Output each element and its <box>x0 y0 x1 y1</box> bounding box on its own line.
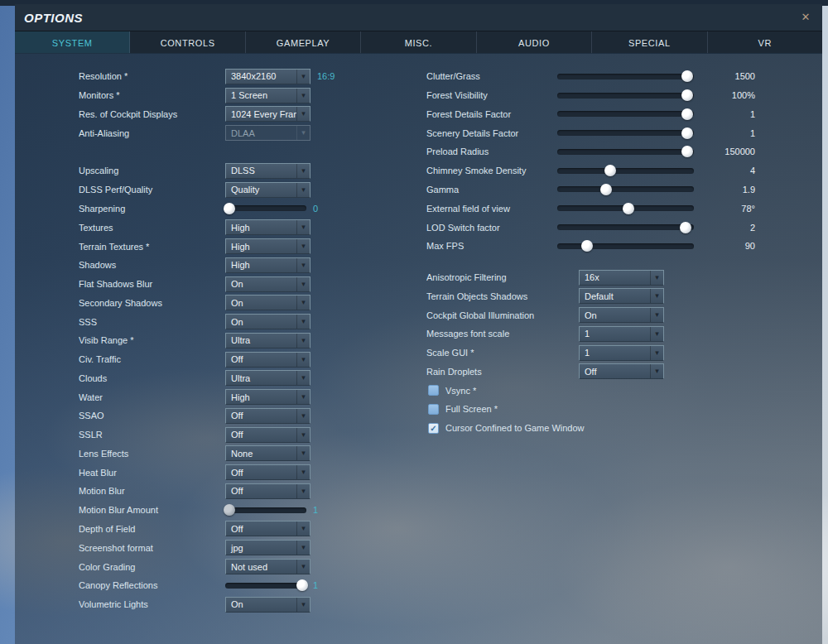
dropdown-value: High <box>226 223 296 233</box>
dropdown-value: Off <box>226 486 296 496</box>
tab-audio[interactable]: AUDIO <box>477 31 592 54</box>
dropdown-value: On <box>226 317 296 327</box>
row-res-of-cockpit-displays: Res. of Cockpit Displays1024 Every Frame… <box>15 105 426 124</box>
monitors-dropdown[interactable]: 1 Screen▾ <box>225 88 310 103</box>
slider-thumb[interactable] <box>681 70 693 82</box>
dropdown-value: Off <box>226 468 296 478</box>
slider-thumb[interactable] <box>680 222 691 233</box>
setting-label: Preload Radius <box>426 147 557 156</box>
slider-thumb[interactable] <box>296 579 308 591</box>
setting-label: Lens Effects <box>79 449 225 459</box>
gamma-slider[interactable] <box>557 186 694 192</box>
dropdown-value: Off <box>226 430 296 440</box>
clutter-grass-slider[interactable] <box>557 74 694 79</box>
motion-blur-dropdown[interactable]: Off▾ <box>225 483 310 499</box>
slider-value: 1 <box>699 109 755 119</box>
shadows-dropdown[interactable]: High▾ <box>225 257 310 273</box>
dlss-perf-quality-dropdown[interactable]: Quality▾ <box>225 182 310 198</box>
row-sslr: SSLROff▾ <box>15 425 426 445</box>
chimney-smoke-density-slider[interactable] <box>557 168 694 174</box>
row-max-fps: Max FPS90 <box>426 237 822 256</box>
tab-gameplay[interactable]: GAMEPLAY <box>246 31 361 54</box>
row-resolution: Resolution *3840x2160▾16:9 <box>15 67 426 86</box>
slider-thumb[interactable] <box>224 203 235 214</box>
setting-label: Motion Blur <box>79 486 225 496</box>
scale-gui-dropdown[interactable]: 1▾ <box>579 345 664 361</box>
caret-down-icon: ▾ <box>296 598 310 612</box>
caret-down-icon: ▾ <box>296 353 310 367</box>
spacer <box>15 142 426 161</box>
terrain-textures-dropdown[interactable]: High▾ <box>225 238 310 254</box>
terrain-objects-shadows-dropdown[interactable]: Default▾ <box>579 288 664 304</box>
upscaling-dropdown[interactable]: DLSS▾ <box>225 163 310 179</box>
row-civ-traffic: Civ. TrafficOff▾ <box>15 350 426 369</box>
screenshot-format-dropdown[interactable]: jpg▾ <box>225 540 310 555</box>
setting-label: Color Grading <box>79 562 225 572</box>
caret-down-icon: ▾ <box>650 289 663 303</box>
external-field-of-view-slider[interactable] <box>557 205 694 211</box>
depth-of-field-dropdown[interactable]: Off▾ <box>225 521 310 536</box>
caret-down-icon: ▾ <box>296 296 310 310</box>
visib-range-dropdown[interactable]: Ultra▾ <box>225 333 310 348</box>
tab-special[interactable]: SPECIAL <box>592 31 707 54</box>
water-dropdown[interactable]: High▾ <box>225 389 310 405</box>
slider-thumb[interactable] <box>681 89 693 101</box>
flat-shadows-blur-dropdown[interactable]: On▾ <box>225 276 310 292</box>
slider-thumb[interactable] <box>681 127 693 139</box>
canopy-reflections-slider[interactable] <box>225 583 306 589</box>
color-grading-dropdown[interactable]: Not used▾ <box>225 559 310 574</box>
messages-font-scale-dropdown[interactable]: 1▾ <box>579 326 664 342</box>
tab-system[interactable]: SYSTEM <box>15 31 130 54</box>
civ-traffic-dropdown[interactable]: Off▾ <box>225 352 310 368</box>
slider-thumb[interactable] <box>623 203 634 214</box>
row-shadows: ShadowsHigh▾ <box>15 256 426 275</box>
sslr-dropdown[interactable]: Off▾ <box>225 427 310 443</box>
slider-thumb[interactable] <box>681 108 693 120</box>
ssao-dropdown[interactable]: Off▾ <box>225 408 310 424</box>
forest-visibility-slider[interactable] <box>557 93 694 99</box>
cursor-confined-to-game-window-checkbox[interactable]: ✓ <box>428 423 439 434</box>
close-icon[interactable]: ✕ <box>799 11 812 24</box>
res-of-cockpit-displays-dropdown[interactable]: 1024 Every Frame▾ <box>225 106 310 122</box>
clouds-dropdown[interactable]: Ultra▾ <box>225 370 310 386</box>
secondary-shadows-dropdown[interactable]: On▾ <box>225 295 310 310</box>
sharpening-slider[interactable] <box>225 205 306 211</box>
setting-label: Upscaling <box>79 166 225 175</box>
cockpit-global-illumination-dropdown[interactable]: On▾ <box>579 307 664 323</box>
max-fps-slider[interactable] <box>557 243 694 249</box>
dropdown-value: On <box>226 279 296 289</box>
dropdown-value: DLSS <box>226 166 296 175</box>
textures-dropdown[interactable]: High▾ <box>225 219 310 235</box>
slider-thumb[interactable] <box>604 165 616 176</box>
anisotropic-filtering-dropdown[interactable]: 16x▾ <box>579 270 664 286</box>
slider-thumb[interactable] <box>600 184 612 195</box>
dropdown-value: None <box>226 449 296 459</box>
slider-thumb[interactable] <box>581 240 593 252</box>
vsync-checkbox[interactable]: ✓ <box>428 385 439 396</box>
volumetric-lights-dropdown[interactable]: On▾ <box>225 597 310 613</box>
lod-switch-factor-slider[interactable] <box>557 224 694 230</box>
caret-down-icon: ▾ <box>650 346 663 360</box>
tab-misc[interactable]: MISC. <box>361 31 476 54</box>
dropdown-value: 1 <box>580 348 650 358</box>
heat-blur-dropdown[interactable]: Off▾ <box>225 464 310 480</box>
tab-vr[interactable]: VR <box>708 31 822 54</box>
caret-down-icon: ▾ <box>296 89 310 103</box>
forest-details-factor-slider[interactable] <box>557 111 694 117</box>
caret-down-icon: ▾ <box>296 164 310 178</box>
dropdown-value: Off <box>226 354 296 364</box>
tab-controls[interactable]: CONTROLS <box>130 31 245 54</box>
dropdown-value: Ultra <box>226 373 296 383</box>
full-screen-checkbox[interactable]: ✓ <box>428 404 439 415</box>
dropdown-value: DLAA <box>226 128 296 138</box>
row-lens-effects: Lens EffectsNone▾ <box>15 445 426 464</box>
sss-dropdown[interactable]: On▾ <box>225 314 310 329</box>
row-clouds: CloudsUltra▾ <box>15 368 426 387</box>
lens-effects-dropdown[interactable]: None▾ <box>225 445 310 461</box>
preload-radius-slider[interactable] <box>557 149 694 155</box>
resolution-dropdown[interactable]: 3840x2160▾ <box>225 69 310 84</box>
scenery-details-factor-slider[interactable] <box>557 130 694 136</box>
slider-thumb[interactable] <box>681 146 693 157</box>
rain-droplets-dropdown[interactable]: Off▾ <box>579 363 664 379</box>
row-secondary-shadows: Secondary ShadowsOn▾ <box>15 293 426 312</box>
